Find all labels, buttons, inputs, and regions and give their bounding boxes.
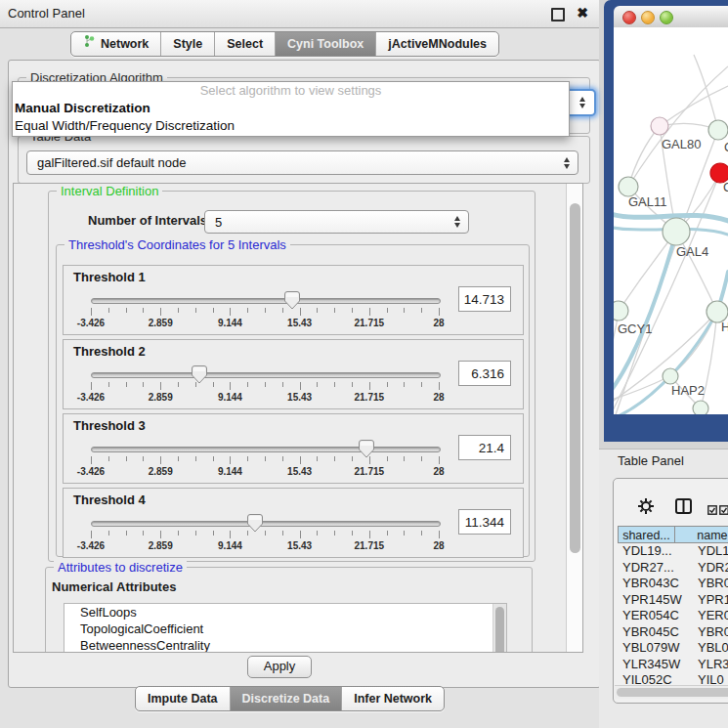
combo-arrows-icon xyxy=(564,157,570,169)
table-row[interactable]: YBR043CYBR0 xyxy=(618,576,728,592)
cell-name: YER0 xyxy=(692,608,728,624)
tab-label: Style xyxy=(173,32,202,56)
threshold-value-field[interactable]: 14.713 xyxy=(458,286,511,312)
column-header-name[interactable]: name xyxy=(675,526,728,543)
tab-jactivemnodules[interactable]: jActiveMNodules xyxy=(375,32,498,56)
threshold-value-field[interactable]: 11.344 xyxy=(458,509,511,535)
minor-tick xyxy=(317,382,318,387)
table-row[interactable]: YDR27...YDR2 xyxy=(618,560,728,577)
mac-close-button[interactable] xyxy=(622,11,636,24)
slider-track[interactable] xyxy=(91,372,441,378)
network-node[interactable] xyxy=(651,117,668,135)
minor-tick xyxy=(387,456,388,461)
table-data-group: Table Data galFiltered.sif default node xyxy=(18,136,590,184)
major-tick xyxy=(160,531,161,538)
scale-label: 2.859 xyxy=(149,540,173,551)
tab-cyni-toolbox[interactable]: Cyni Toolbox xyxy=(275,32,375,56)
bottom-tab-bar: Impute DataDiscretize DataInfer Network xyxy=(135,686,445,711)
major-tick xyxy=(91,456,92,464)
minor-tick xyxy=(282,531,283,535)
slider-track[interactable] xyxy=(91,521,441,527)
gear-icon[interactable] xyxy=(637,497,655,519)
minor-tick xyxy=(143,531,144,535)
threshold-value-field[interactable]: 21.4 xyxy=(458,435,511,460)
mac-minimize-button[interactable] xyxy=(641,11,655,24)
cell-shared-name: YER054C xyxy=(618,608,692,624)
minor-tick xyxy=(334,308,335,313)
minor-tick xyxy=(334,531,335,535)
slider-track[interactable] xyxy=(91,447,441,452)
apply-button[interactable]: Apply xyxy=(247,656,312,678)
network-node[interactable] xyxy=(708,120,728,140)
tab-discretize-data[interactable]: Discretize Data xyxy=(230,687,342,710)
cell-shared-name: YBR045C xyxy=(618,624,692,641)
minor-tick xyxy=(108,382,109,387)
minor-tick xyxy=(213,531,214,535)
table-row[interactable]: YLR345WYLR3 xyxy=(618,657,728,673)
network-node[interactable] xyxy=(663,218,690,245)
major-tick xyxy=(160,382,161,390)
major-tick xyxy=(160,308,161,316)
table-horizontal-scrollbar[interactable] xyxy=(615,685,728,699)
float-window-icon[interactable] xyxy=(551,8,565,21)
network-node[interactable] xyxy=(614,301,628,321)
algorithm-hint-item[interactable]: Select algorithm to view settings xyxy=(13,82,569,100)
cell-name: YDR2 xyxy=(692,560,728,577)
number-of-intervals-combobox[interactable]: 5 xyxy=(204,210,469,234)
attributes-list-scrollbar[interactable] xyxy=(492,604,506,653)
scale-label: 21.715 xyxy=(355,392,385,403)
settings-vertical-scrollbar[interactable] xyxy=(566,184,583,652)
table-row[interactable]: YPR145WYPR1 xyxy=(618,592,728,609)
tab-select[interactable]: Select xyxy=(214,32,275,56)
split-view-icon[interactable] xyxy=(675,498,692,518)
scrollbar-thumb[interactable] xyxy=(617,688,728,697)
major-tick xyxy=(300,308,301,316)
major-tick xyxy=(230,456,231,464)
network-node[interactable] xyxy=(663,368,678,384)
mac-zoom-button[interactable] xyxy=(660,11,673,24)
minor-tick xyxy=(265,382,266,387)
algorithm-option-manual-discretization[interactable]: Manual Discretization xyxy=(13,100,569,117)
minor-tick xyxy=(108,308,109,313)
attributes-list: SelfLoopsTopologicalCoefficientBetweenne… xyxy=(64,603,507,653)
network-window-titlebar[interactable] xyxy=(614,6,728,28)
tab-label: Network xyxy=(101,32,149,56)
network-node-label: H xyxy=(721,320,728,334)
tab-infer-network[interactable]: Infer Network xyxy=(341,687,444,710)
minor-tick xyxy=(195,531,196,535)
network-node[interactable] xyxy=(619,177,638,196)
table-row[interactable]: YDL19...YDL1 xyxy=(618,543,728,560)
tab-label: Infer Network xyxy=(354,687,432,710)
checkbox-checked-icon[interactable] xyxy=(719,501,728,519)
table-data-value: galFiltered.sif default node xyxy=(37,155,186,170)
attribute-list-item[interactable]: BetweennessCentrality xyxy=(64,637,506,653)
network-canvas[interactable]: GAL80GAL11GAL4GCY1HAP2HGC xyxy=(614,27,728,414)
column-header-shared-[interactable]: shared... xyxy=(618,526,675,543)
algorithm-option-equal-width-frequency-discretization[interactable]: Equal Width/Frequency Discretization xyxy=(13,117,569,135)
network-edge[interactable] xyxy=(619,232,676,311)
checkbox-checked-icon[interactable] xyxy=(707,501,717,519)
scale-label: 15.43 xyxy=(287,540,312,551)
minor-tick xyxy=(195,382,196,387)
attribute-list-item[interactable]: TopologicalCoefficient xyxy=(64,621,506,637)
network-node[interactable] xyxy=(693,401,708,414)
attribute-list-item[interactable]: SelfLoops xyxy=(64,604,506,621)
cell-name: YDL1 xyxy=(692,543,728,560)
scale-label: 9.144 xyxy=(218,392,242,403)
table-row[interactable]: YBR045CYBR0 xyxy=(618,624,728,641)
minor-tick xyxy=(421,531,422,535)
tab-network[interactable]: Network xyxy=(71,32,160,56)
table-row[interactable]: YBL079WYBL0 xyxy=(618,640,728,657)
slider-track[interactable] xyxy=(91,298,441,304)
cell-name: YBR0 xyxy=(692,624,728,641)
table-data-combobox[interactable]: galFiltered.sif default node xyxy=(26,150,578,175)
close-icon[interactable]: ✖ xyxy=(577,5,588,21)
scrollbar-thumb[interactable] xyxy=(570,203,580,553)
cell-shared-name: YBL079W xyxy=(618,640,692,657)
major-tick xyxy=(300,382,301,390)
tab-style[interactable]: Style xyxy=(160,32,214,56)
threshold-value-field[interactable]: 6.316 xyxy=(458,361,511,386)
table-row[interactable]: YER054CYER0 xyxy=(618,608,728,624)
tab-impute-data[interactable]: Impute Data xyxy=(136,687,230,710)
slider-scale-labels: -3.4262.8599.14415.4321.71528 xyxy=(91,466,439,478)
